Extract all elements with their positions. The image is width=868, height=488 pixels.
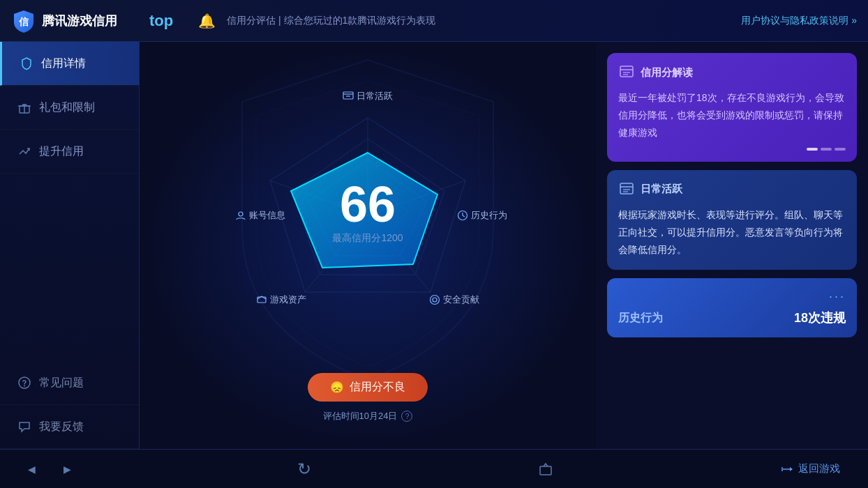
policy-link[interactable]: 用户协议与隐私政策说明 » <box>741 15 857 27</box>
daily-activity-title: 日常活跃 <box>641 183 682 196</box>
radar-label-account-info: 账号信息 <box>235 209 285 222</box>
gift-limit-label: 礼包和限制 <box>39 100 95 115</box>
sidebar-item-gift-limit[interactable]: 礼包和限制 <box>0 86 139 130</box>
header-description: 信用分评估 | 综合您玩过的1款腾讯游戏行为表现 <box>227 15 435 27</box>
forward-button[interactable]: ▶ <box>63 464 71 475</box>
return-game-label: 返回游戏 <box>798 462 840 475</box>
forward-icon: ▶ <box>63 464 71 475</box>
svg-rect-14 <box>343 92 353 99</box>
feedback-icon <box>17 419 32 434</box>
faq-icon <box>17 375 32 390</box>
analysis-text: 最近一年被处罚了18次，存在不良游戏行为，会导致信用分降低，也将会受到游戏的限制… <box>618 89 846 142</box>
more-dots: ··· <box>829 289 846 304</box>
right-panel: 信用分解读 最近一年被处罚了18次，存在不良游戏行为，会导致信用分降低，也将会受… <box>596 42 868 449</box>
svg-marker-31 <box>790 467 793 471</box>
sidebar-item-faq[interactable]: 常见问题 <box>0 361 139 405</box>
improve-credit-label: 提升信用 <box>39 144 84 159</box>
credit-analysis-card: 信用分解读 最近一年被处罚了18次，存在不良游戏行为，会导致信用分降低，也将会受… <box>607 53 857 162</box>
center-content: 日常活跃 历史行为 安全贡献 游戏资产 账号信息 66 最高信用分1200 <box>140 42 596 449</box>
svg-point-2 <box>19 377 30 388</box>
improve-icon <box>17 144 32 159</box>
history-behavior-title: 历史行为 <box>618 311 663 326</box>
daily-activity-icon <box>618 181 635 198</box>
history-behavior-row: 历史行为 18次违规 <box>618 310 846 326</box>
daily-activity-text: 根据玩家游戏时长、表现等进行评分。组队、聊天等正向社交，可以提升信用分。恶意发言… <box>618 206 846 259</box>
credit-detail-label: 信用详情 <box>41 56 86 71</box>
scroll-indicator <box>618 148 846 151</box>
return-icon <box>780 462 794 476</box>
radar-label-security: 安全贡献 <box>429 293 479 306</box>
card-header-daily: 日常活跃 <box>618 181 846 198</box>
credit-score: 66 <box>332 179 403 229</box>
svg-rect-22 <box>620 66 633 77</box>
app-title: 腾讯游戏信用 <box>42 13 117 29</box>
daily-activity-card: 日常活跃 根据玩家游戏时长、表现等进行评分。组队、聊天等正向社交，可以提升信用分… <box>607 170 857 270</box>
credit-detail-icon <box>19 56 34 71</box>
history-behavior-card[interactable]: ··· 历史行为 18次违规 <box>607 278 857 337</box>
card-header-analysis: 信用分解读 <box>618 64 846 81</box>
share-button[interactable] <box>537 461 554 478</box>
back-button[interactable]: ◀ <box>28 464 36 475</box>
sidebar-bottom: 常见问题 我要反馈 <box>0 361 139 449</box>
return-game-button[interactable]: 返回游戏 <box>780 462 840 476</box>
radar-label-history: 历史行为 <box>457 209 507 222</box>
score-max: 最高信用分1200 <box>332 232 403 245</box>
svg-point-19 <box>433 298 437 302</box>
radar-label-daily-active: 日常活跃 <box>343 90 393 102</box>
refresh-icon: ↻ <box>297 459 311 479</box>
radar-container: 日常活跃 历史行为 安全贡献 游戏资产 账号信息 66 最高信用分1200 <box>221 69 514 362</box>
score-center: 66 最高信用分1200 <box>332 179 403 245</box>
svg-rect-30 <box>540 466 551 475</box>
sidebar-item-feedback[interactable]: 我要反馈 <box>0 405 139 449</box>
refresh-button[interactable]: ↻ <box>297 459 311 479</box>
app-header: 信 腾讯游戏信用 top 🔔 信用分评估 | 综合您玩过的1款腾讯游戏行为表现 … <box>0 0 868 42</box>
scroll-dot-2 <box>821 148 832 151</box>
svg-point-18 <box>431 295 440 304</box>
radar-label-game-assets: 游戏资产 <box>256 293 306 306</box>
svg-point-21 <box>239 212 243 216</box>
svg-point-3 <box>24 386 25 387</box>
eval-time-question[interactable]: ? <box>401 411 412 422</box>
eval-time: 评估时间10月24日 ? <box>323 410 413 422</box>
bottom-bar: ◀ ▶ ↻ 返回游戏 <box>0 449 868 488</box>
feedback-label: 我要反馈 <box>39 420 84 434</box>
faq-label: 常见问题 <box>39 376 84 390</box>
logo-container: 信 腾讯游戏信用 <box>11 8 117 33</box>
share-icon <box>537 461 554 478</box>
sidebar-item-improve-credit[interactable]: 提升信用 <box>0 130 139 174</box>
analysis-icon <box>618 64 635 81</box>
bell-icon: 🔔 <box>198 13 216 29</box>
gift-icon <box>17 100 32 115</box>
logo-shield-icon: 信 <box>11 8 36 33</box>
analysis-title: 信用分解读 <box>641 66 693 79</box>
svg-rect-26 <box>620 183 633 194</box>
scroll-dot-1 <box>807 148 818 151</box>
svg-text:信: 信 <box>18 16 29 27</box>
main-layout: 信用详情 礼包和限制 提升信用 <box>0 42 868 449</box>
violations-count: 18次违规 <box>794 310 846 326</box>
sidebar-item-credit-detail[interactable]: 信用详情 <box>0 42 139 86</box>
back-icon: ◀ <box>28 464 36 475</box>
top-label: top <box>149 12 173 30</box>
scroll-dot-3 <box>835 148 846 151</box>
sidebar: 信用详情 礼包和限制 提升信用 <box>0 42 140 449</box>
